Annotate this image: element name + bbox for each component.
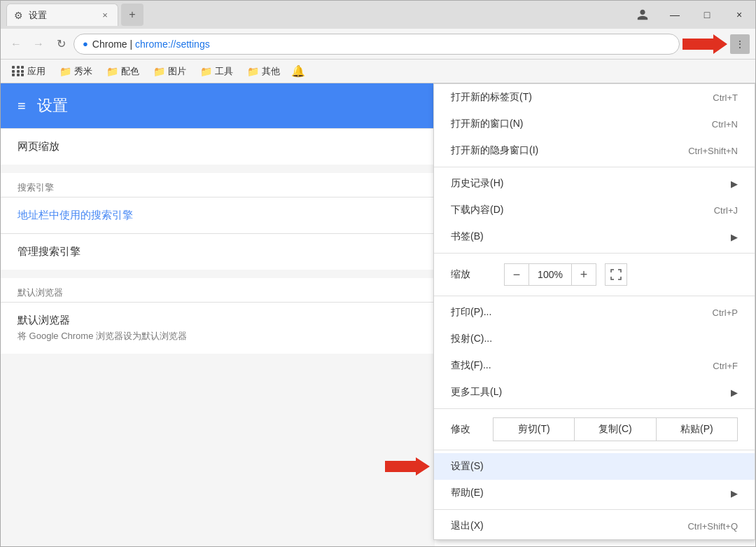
bookmark-qita[interactable]: 📁 其他 [241, 62, 286, 81]
bookmark-label: 秀米 [74, 65, 92, 78]
red-arrow-icon [682, 33, 727, 55]
menu-dots-icon: ⋮ [735, 39, 745, 50]
site-info-icon: ● [83, 39, 88, 49]
edit-label: 修改 [451, 423, 493, 436]
folder-icon: 📁 [59, 66, 71, 77]
bookmark-label: 工具 [215, 65, 233, 78]
bookmark-paise[interactable]: 📁 配色 [101, 62, 145, 81]
menu-exit-shortcut: Ctrl+Shift+Q [687, 521, 738, 532]
menu-divider-3 [434, 296, 755, 296]
search-engine-section: 搜索引擎 地址栏中使用的搜索引擎 管理搜索引擎 [1, 173, 435, 270]
back-button[interactable]: ← [6, 34, 26, 54]
menu-settings-label: 设置(S) [451, 460, 484, 473]
main-content: ≡ 设置 网页缩放 搜索引擎 地址栏中使用的搜索引擎 [1, 83, 755, 546]
user-button[interactable] [626, 1, 659, 29]
tab-title: 设置 [29, 9, 47, 22]
bookmark-tupian[interactable]: 📁 图片 [148, 62, 192, 81]
menu-print-label: 打印(P)... [451, 306, 491, 319]
copy-button[interactable]: 复制(C) [575, 417, 656, 441]
zoom-minus-button[interactable]: − [504, 263, 529, 286]
zoom-label: 缩放 [451, 268, 493, 281]
menu-bookmarks-label: 书签(B) [451, 230, 484, 243]
new-tab-button[interactable]: + [121, 4, 144, 26]
apps-launcher[interactable]: 应用 [6, 62, 51, 81]
settings-body: 网页缩放 搜索引擎 地址栏中使用的搜索引擎 管理搜索引擎 [1, 128, 435, 546]
bookmark-label: 图片 [168, 65, 186, 78]
menu-new-tab[interactable]: 打开新的标签页(T) Ctrl+T [434, 84, 755, 111]
browser-toolbar: ← → ↻ ● Chrome | chrome://settings ⋮ [1, 29, 755, 60]
menu-cast[interactable]: 投射(C)... [434, 326, 755, 352]
back-icon: ← [10, 38, 22, 50]
tab-close-button[interactable]: × [99, 10, 111, 21]
manage-search-row[interactable]: 管理搜索引擎 [1, 233, 435, 270]
forward-icon: → [33, 38, 44, 50]
menu-new-window[interactable]: 打开新的窗口(N) Ctrl+N [434, 111, 755, 137]
settings-header: ≡ 设置 [1, 83, 435, 128]
menu-find-shortcut: Ctrl+F [713, 361, 738, 371]
red-arrow-settings-icon [385, 457, 430, 476]
menu-new-window-label: 打开新的窗口(N) [451, 118, 523, 130]
svg-marker-0 [682, 34, 727, 54]
zoom-plus-button[interactable]: + [571, 263, 596, 286]
browser-window: ⚙ 设置 × + — □ × ← → ↻ ● Chrome | [0, 0, 756, 547]
menu-bookmarks[interactable]: 书签(B) ▶ [434, 223, 755, 250]
settings-panel: ≡ 设置 网页缩放 搜索引擎 地址栏中使用的搜索引擎 [1, 83, 435, 546]
menu-help-arrow: ▶ [731, 488, 738, 499]
search-engine-link[interactable]: 地址栏中使用的搜索引擎 [18, 209, 133, 221]
close-button[interactable]: × [723, 1, 755, 29]
fullscreen-icon [610, 269, 622, 280]
window-controls: — □ × [626, 1, 755, 29]
cut-button[interactable]: 剪切(T) [493, 417, 575, 441]
fullscreen-button[interactable] [605, 263, 627, 286]
menu-more-tools[interactable]: 更多工具(L) ▶ [434, 379, 755, 406]
reload-button[interactable]: ↻ [51, 34, 71, 54]
settings-arrow-container [385, 457, 430, 476]
zoom-setting-label: 网页缩放 [18, 140, 59, 152]
zoom-value-display: 100% [529, 263, 571, 286]
hamburger-icon[interactable]: ≡ [18, 98, 26, 114]
menu-find[interactable]: 查找(F)... Ctrl+F [434, 352, 755, 379]
section-gap [1, 165, 435, 173]
bell-icon: 🔔 [291, 64, 305, 78]
apps-grid-icon [12, 66, 24, 76]
menu-incognito[interactable]: 打开新的隐身窗口(I) Ctrl+Shift+N [434, 137, 755, 164]
context-menu: 打开新的标签页(T) Ctrl+T 打开新的窗口(N) Ctrl+N 打开新的隐… [433, 83, 755, 540]
minimize-button[interactable]: — [659, 1, 691, 29]
title-bar: ⚙ 设置 × + — □ × [1, 1, 755, 29]
forward-button[interactable]: → [29, 34, 48, 54]
default-browser-row[interactable]: 默认浏览器 将 Google Chrome 浏览器设为默认浏览器 [1, 302, 435, 354]
menu-print-shortcut: Ctrl+P [713, 307, 738, 318]
menu-help[interactable]: 帮助(E) ▶ [434, 480, 755, 506]
tab-settings-icon: ⚙ [14, 10, 23, 21]
bookmark-label: 配色 [121, 65, 139, 78]
zoom-setting-row[interactable]: 网页缩放 [1, 128, 435, 165]
menu-zoom-row: 缩放 − 100% + [434, 256, 755, 293]
bookmark-gongju[interactable]: 📁 工具 [195, 62, 239, 81]
address-bar[interactable]: ● Chrome | chrome://settings [74, 34, 680, 55]
menu-history[interactable]: 历史记录(H) ▶ [434, 170, 755, 197]
paste-button[interactable]: 粘贴(P) [657, 417, 738, 441]
menu-bookmarks-arrow: ▶ [731, 232, 738, 242]
address-text: Chrome | chrome://settings [92, 39, 671, 50]
menu-exit-label: 退出(X) [451, 520, 484, 532]
menu-settings[interactable]: 设置(S) [434, 453, 755, 480]
menu-print[interactable]: 打印(P)... Ctrl+P [434, 299, 755, 326]
chrome-menu-button[interactable]: ⋮ [730, 34, 750, 54]
apps-label: 应用 [27, 65, 46, 78]
default-browser-label: 默认浏览器 [18, 314, 418, 327]
maximize-button[interactable]: □ [691, 1, 723, 29]
search-engine-row[interactable]: 地址栏中使用的搜索引擎 [1, 197, 435, 233]
menu-help-label: 帮助(E) [451, 487, 484, 499]
svg-marker-1 [385, 457, 430, 476]
menu-divider-1 [434, 167, 755, 167]
default-browser-sublabel: 将 Google Chrome 浏览器设为默认浏览器 [18, 330, 418, 342]
bookmark-xiumei[interactable]: 📁 秀米 [54, 62, 98, 81]
menu-downloads[interactable]: 下载内容(D) Ctrl+J [434, 197, 755, 223]
menu-incognito-label: 打开新的隐身窗口(I) [451, 144, 538, 157]
zoom-section: 网页缩放 [1, 128, 435, 165]
browser-tab[interactable]: ⚙ 设置 × [6, 4, 118, 26]
menu-new-tab-shortcut: Ctrl+T [713, 92, 738, 103]
bookmark-label: 其他 [262, 65, 280, 78]
menu-exit[interactable]: 退出(X) Ctrl+Shift+Q [434, 513, 755, 539]
menu-new-window-shortcut: Ctrl+N [712, 119, 738, 130]
